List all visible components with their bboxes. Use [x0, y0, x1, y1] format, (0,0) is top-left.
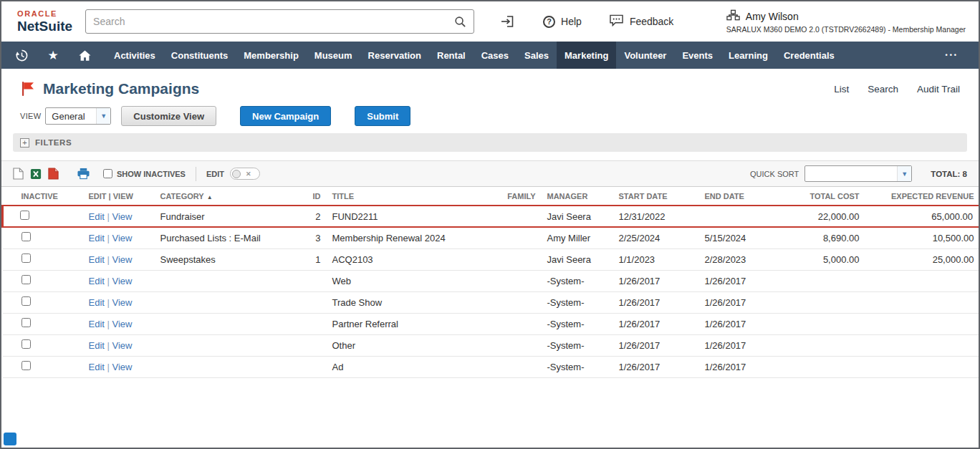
inactive-checkbox[interactable]: [21, 339, 31, 349]
cell-edit-view: Edit | View: [83, 313, 155, 334]
link-separator: |: [105, 254, 112, 265]
home-icon[interactable]: [69, 42, 100, 69]
cell-id: 3: [288, 227, 327, 248]
nav-item-constituents[interactable]: Constituents: [163, 42, 236, 69]
nav-item-membership[interactable]: Membership: [236, 42, 307, 69]
edit-link[interactable]: Edit: [89, 233, 105, 243]
nav-item-learning[interactable]: Learning: [721, 42, 776, 69]
feedback-button[interactable]: Feedback: [609, 14, 673, 29]
nav-item-sales[interactable]: Sales: [517, 42, 557, 69]
cell-title: Other: [327, 334, 477, 356]
column-header-start_date[interactable]: START DATE: [613, 187, 699, 206]
cell-end_date: 1/26/2017: [699, 270, 787, 291]
cell-total_cost: [787, 270, 865, 291]
show-inactives-label: SHOW INACTIVES: [117, 170, 186, 178]
cell-total_cost: 22,000.00: [787, 206, 865, 227]
recent-records-icon[interactable]: [6, 42, 37, 69]
inactive-checkbox[interactable]: [20, 211, 29, 220]
nav-more-button[interactable]: •••: [933, 42, 971, 69]
inline-edit-toggle[interactable]: ✕: [230, 168, 260, 180]
column-header-family[interactable]: FAMILY: [477, 187, 542, 206]
view-link[interactable]: View: [112, 319, 133, 329]
show-inactives-toggle: SHOW INACTIVES: [103, 169, 186, 178]
nav-item-credentials[interactable]: Credentials: [776, 42, 842, 69]
edit-link[interactable]: Edit: [89, 254, 105, 265]
customize-view-button[interactable]: Customize View: [121, 106, 216, 126]
toggle-off-icon: ✕: [246, 170, 251, 178]
page-link-audit-trail[interactable]: Audit Trail: [917, 84, 960, 95]
column-header-category[interactable]: CATEGORY▲: [155, 187, 288, 206]
cell-start_date: 1/1/2023: [613, 248, 699, 270]
page-link-search[interactable]: Search: [868, 84, 898, 95]
inactive-checkbox[interactable]: [21, 232, 31, 241]
inactive-checkbox[interactable]: [21, 254, 31, 263]
column-header-total_cost[interactable]: TOTAL COST: [787, 187, 865, 206]
search-input[interactable]: [86, 16, 446, 27]
view-link[interactable]: View: [112, 254, 133, 265]
column-header-title[interactable]: TITLE: [327, 187, 477, 206]
search-icon[interactable]: [446, 16, 474, 28]
edit-link[interactable]: Edit: [89, 362, 105, 372]
print-icon[interactable]: [77, 168, 90, 180]
nav-item-rental[interactable]: Rental: [429, 42, 474, 69]
user-menu[interactable]: Amy Wilson SARALUX M360 DEMO 2.0 (TSTDRV…: [726, 9, 969, 34]
cell-family: [477, 291, 542, 313]
column-header-manager[interactable]: MANAGER: [542, 187, 613, 206]
filters-bar[interactable]: + FILTERS: [13, 133, 967, 152]
page-link-list[interactable]: List: [834, 84, 849, 95]
help-button[interactable]: ? Help: [543, 16, 582, 28]
nav-item-activities[interactable]: Activities: [106, 42, 163, 69]
netsuite-app-window: ORACLE NetSuite ? Help Feedback: [0, 0, 980, 449]
cell-family: [477, 227, 542, 248]
view-link[interactable]: View: [112, 340, 133, 351]
view-link[interactable]: View: [112, 297, 133, 308]
nav-item-cases[interactable]: Cases: [474, 42, 517, 69]
cell-inactive: [3, 270, 83, 291]
view-link[interactable]: View: [112, 362, 133, 372]
column-header-editview[interactable]: EDIT | VIEW: [83, 187, 155, 206]
nav-item-marketing[interactable]: Marketing: [557, 42, 616, 69]
edit-link[interactable]: Edit: [89, 340, 105, 351]
column-header-end_date[interactable]: END DATE: [699, 187, 787, 206]
column-header-expected_revenue[interactable]: EXPECTED REVENUE: [865, 187, 980, 206]
edit-link[interactable]: Edit: [89, 211, 105, 222]
column-header-id[interactable]: ID: [288, 187, 327, 206]
inactive-checkbox[interactable]: [21, 296, 31, 306]
toolbar-divider: [196, 167, 196, 181]
cell-manager: -System-: [542, 334, 613, 356]
edit-link[interactable]: Edit: [89, 276, 105, 286]
inactive-checkbox[interactable]: [21, 361, 31, 370]
show-inactives-checkbox[interactable]: [103, 169, 112, 178]
nav-item-events[interactable]: Events: [674, 42, 721, 69]
total-count: TOTAL: 8: [931, 170, 967, 178]
export-pdf-icon[interactable]: [48, 168, 59, 180]
inactive-checkbox[interactable]: [21, 275, 31, 284]
export-excel-icon[interactable]: [30, 168, 42, 180]
column-header-inactive[interactable]: INACTIVE: [3, 187, 83, 206]
cell-id: [288, 313, 327, 334]
signout-icon[interactable]: [500, 14, 516, 29]
new-document-icon[interactable]: [13, 168, 24, 180]
view-link[interactable]: View: [112, 233, 133, 243]
nav-item-museum[interactable]: Museum: [307, 42, 360, 69]
nav-item-volunteer[interactable]: Volunteer: [616, 42, 674, 69]
favorites-star-icon[interactable]: ★: [37, 42, 69, 69]
view-link[interactable]: View: [112, 211, 133, 222]
link-separator: |: [105, 233, 112, 243]
netsuite-logo[interactable]: ORACLE NetSuite: [17, 9, 72, 34]
link-separator: |: [105, 276, 112, 286]
inactive-checkbox[interactable]: [21, 318, 31, 327]
cell-manager: Amy Miller: [542, 227, 613, 248]
quick-sort-select[interactable]: ▼: [804, 165, 912, 182]
submit-button[interactable]: Submit: [355, 106, 410, 126]
nav-item-reservation[interactable]: Reservation: [360, 42, 429, 69]
view-link[interactable]: View: [112, 276, 133, 286]
inline-edit-group: EDIT ✕: [206, 168, 260, 180]
edit-link[interactable]: Edit: [89, 297, 105, 308]
edit-link[interactable]: Edit: [89, 319, 105, 329]
chat-widget-button[interactable]: [4, 433, 16, 445]
help-label: Help: [561, 16, 582, 27]
view-select[interactable]: General ▼: [45, 107, 111, 125]
new-campaign-button[interactable]: New Campaign: [240, 106, 331, 126]
cell-expected_revenue: 25,000.00: [865, 248, 980, 270]
